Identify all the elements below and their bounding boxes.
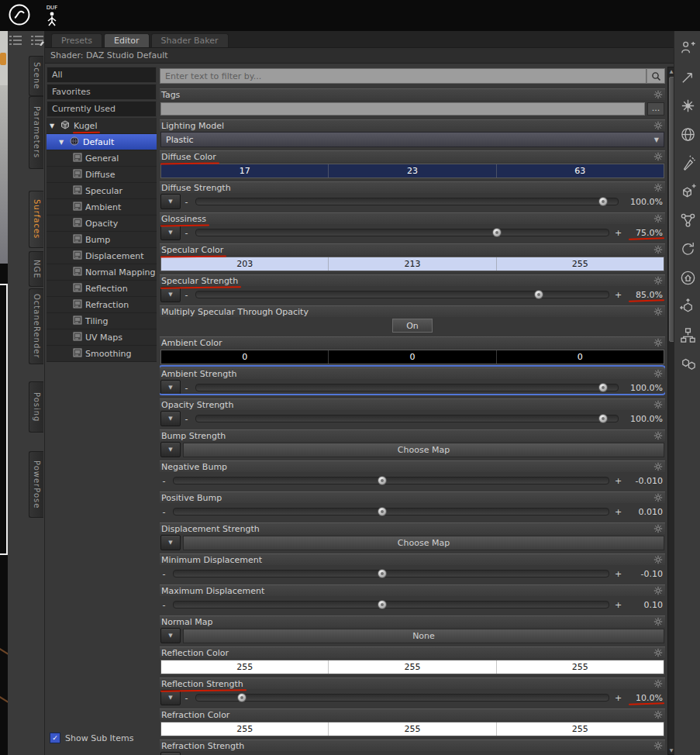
param-menu-button[interactable]: ▼ (160, 287, 181, 302)
color-swatch[interactable]: 255255255 (160, 722, 664, 736)
param-menu-button[interactable]: ▼ (160, 380, 181, 395)
increment-button[interactable]: + (615, 477, 622, 485)
decrement-button[interactable]: - (183, 415, 190, 423)
param-value[interactable]: 75.0% (624, 228, 664, 238)
color-swatch[interactable]: 172363 (160, 164, 664, 178)
increment-button[interactable]: + (615, 291, 622, 299)
gear-icon[interactable] (653, 524, 663, 534)
slider-track[interactable] (195, 291, 609, 298)
slider-handle[interactable] (378, 507, 387, 516)
color-swatch[interactable]: 255255255 (160, 660, 664, 674)
param-menu-button[interactable]: ▼ (160, 535, 181, 550)
param-value[interactable]: -0.010 (624, 476, 664, 486)
filter-item-currently-used[interactable]: Currently Used (47, 101, 157, 117)
gear-icon[interactable] (653, 245, 663, 255)
surface-group-ambient[interactable]: Ambient (47, 199, 157, 215)
side-tab-surfaces[interactable]: Surfaces (29, 191, 43, 248)
side-tab-parameters[interactable]: Parameters (29, 96, 43, 169)
filter-item-favorites[interactable]: Favorites (47, 84, 157, 100)
param-value[interactable]: 85.0% (624, 290, 664, 300)
show-sub-items-checkbox[interactable]: ✓ (50, 733, 60, 743)
gear-icon[interactable] (653, 462, 663, 472)
filter-input[interactable] (160, 68, 647, 84)
decrement-button[interactable]: - (183, 694, 190, 702)
slider-handle[interactable] (237, 693, 247, 702)
node-network-icon[interactable] (678, 211, 697, 229)
increment-button[interactable]: + (615, 508, 622, 516)
pointer-arrow-icon[interactable] (678, 67, 697, 86)
tags-browse-button[interactable]: ... (647, 102, 664, 115)
param-value[interactable]: 0.010 (624, 507, 664, 517)
map-button[interactable]: Choose Map (183, 536, 664, 550)
tab-shader-baker[interactable]: Shader Baker (151, 33, 229, 47)
decrement-button[interactable]: - (160, 601, 167, 609)
slider-handle[interactable] (598, 197, 608, 206)
param-value[interactable]: 100.0% (624, 383, 664, 393)
expand-arrow-icon[interactable]: ▼ (50, 122, 57, 129)
decrement-button[interactable]: - (183, 384, 190, 392)
param-value[interactable]: 0.10 (624, 600, 664, 610)
color-swatch[interactable]: 203213255 (160, 257, 664, 271)
side-tab-powerpose[interactable]: PowerPose (29, 451, 43, 518)
gear-icon[interactable] (653, 431, 663, 441)
param-value[interactable]: 100.0% (624, 197, 664, 207)
add-cube-icon[interactable] (678, 182, 697, 201)
increment-button[interactable]: + (615, 570, 622, 578)
viewport-3d[interactable] (0, 31, 8, 755)
show-sub-items[interactable]: ✓ Show Sub Items (50, 733, 133, 743)
gear-icon[interactable] (653, 183, 663, 193)
slider-track[interactable] (195, 415, 619, 422)
joint-cross-icon[interactable] (678, 96, 697, 115)
param-value[interactable]: 10.0% (624, 693, 664, 703)
param-menu-button[interactable]: ▼ (160, 752, 181, 755)
param-menu-button[interactable]: ▼ (160, 628, 181, 643)
surface-group-displacement[interactable]: Displacement (47, 248, 157, 264)
lighting-model-dropdown[interactable]: Plastic▼ (160, 132, 664, 147)
map-button[interactable]: None (183, 629, 664, 643)
create-figure-icon[interactable] (678, 39, 697, 57)
decrement-button[interactable]: - (160, 477, 167, 485)
gear-icon[interactable] (653, 214, 663, 224)
decrement-button[interactable]: - (183, 291, 190, 299)
surface-group-uv-maps[interactable]: UV Maps (47, 329, 157, 346)
slider-track[interactable] (195, 694, 609, 702)
param-menu-button[interactable]: ▼ (160, 442, 181, 457)
daz-logo-icon[interactable] (8, 3, 31, 29)
surface-group-smoothing[interactable]: Smoothing (47, 346, 157, 362)
gear-icon[interactable] (653, 90, 663, 100)
slider-handle[interactable] (598, 383, 608, 392)
gear-icon[interactable] (653, 369, 663, 379)
surface-group-tiling[interactable]: Tiling (47, 313, 157, 329)
slider-track[interactable] (195, 198, 619, 205)
surface-group-refraction[interactable]: Refraction (47, 297, 157, 313)
gear-icon[interactable] (653, 710, 663, 720)
surface-group-diffuse[interactable]: Diffuse (47, 167, 157, 183)
slider-handle[interactable] (378, 476, 387, 485)
param-value[interactable]: 100.0% (624, 414, 664, 424)
decrement-button[interactable]: - (160, 570, 167, 578)
gear-icon[interactable] (653, 648, 663, 658)
gear-icon[interactable] (653, 400, 663, 410)
gear-icon[interactable] (653, 152, 663, 162)
tab-presets[interactable]: Presets (51, 33, 102, 47)
map-button[interactable]: Choose Map (183, 443, 664, 457)
surface-group-general[interactable]: General (47, 150, 157, 167)
slider-track[interactable] (173, 477, 609, 484)
spray-tool-icon[interactable] (678, 153, 697, 172)
gear-icon[interactable] (653, 338, 663, 348)
gear-icon[interactable] (653, 493, 663, 503)
increment-button[interactable]: + (615, 601, 622, 609)
surface-group-specular[interactable]: Specular (47, 183, 157, 199)
slider-handle[interactable] (492, 228, 502, 237)
props-scrollbar[interactable]: ▲ ▼ (667, 67, 674, 755)
duf-file-icon[interactable]: DUF (43, 5, 60, 26)
surface-group-bump[interactable]: Bump (47, 232, 157, 248)
decrement-button[interactable]: - (183, 198, 190, 206)
instance-cubes-icon[interactable] (678, 354, 697, 373)
gear-icon[interactable] (653, 741, 663, 751)
side-tab-nge[interactable]: NGE (29, 251, 43, 287)
cycle-icon[interactable] (678, 240, 697, 258)
transform-cube-icon[interactable] (678, 297, 697, 315)
slider-track[interactable] (173, 601, 609, 608)
tab-editor[interactable]: Editor (104, 33, 150, 47)
